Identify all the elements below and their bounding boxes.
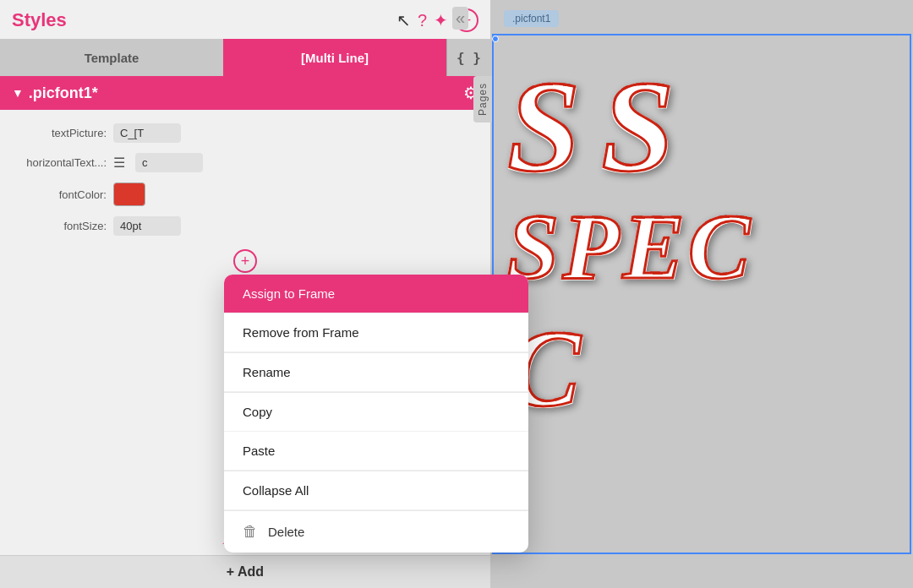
fontsize-label: fontSize: [14, 220, 107, 232]
help-icon[interactable]: ? [418, 11, 427, 30]
collapse-panel-button[interactable]: « [452, 7, 468, 30]
collapse-all-label: Collapse All [243, 483, 309, 498]
pages-tab[interactable]: Pages [473, 76, 492, 122]
tab-multiline[interactable]: [Multi Line] [223, 39, 446, 76]
context-menu-rename[interactable]: Rename [224, 353, 528, 392]
prop-row-textpicture: textPicture: C_[T [0, 118, 490, 148]
context-menu: Assign to Frame Remove from Frame Rename… [224, 275, 528, 553]
candy-letter-p1: P [562, 193, 619, 301]
candy-row-1: S S [507, 51, 674, 202]
canvas-content: .picfont1 S S S P E C C [490, 0, 913, 588]
style-name-row: ▼ .picfont1* ⚙ [0, 76, 490, 110]
tab-code[interactable]: { } [446, 39, 490, 76]
add-button[interactable]: + Add [227, 564, 264, 580]
context-menu-collapse-all[interactable]: Collapse All [224, 471, 528, 510]
context-menu-remove-from-frame[interactable]: Remove from Frame [224, 313, 528, 352]
left-panel: Styles ↖ ? ✦ + Template [Multi Line] { }… [0, 0, 490, 588]
magic-wand-icon[interactable]: ✦ [434, 10, 448, 30]
cursor-icon: ↖ [396, 10, 411, 30]
fontcolor-swatch[interactable] [113, 182, 145, 206]
candy-letter-s2: S [601, 51, 674, 202]
trash-icon: 🗑 [243, 523, 258, 541]
remove-from-frame-label: Remove from Frame [243, 325, 359, 340]
canvas-area: .picfont1 S S S P E C C [490, 0, 913, 588]
tab-bar: Template [Multi Line] { } [0, 39, 490, 76]
candy-letter-e1: E [622, 193, 684, 301]
add-label: + Add [227, 564, 264, 580]
candy-row-2: S P E C [507, 193, 750, 301]
pages-tab-label: Pages [477, 83, 489, 116]
prop-row-fontsize: fontSize: 40pt [0, 211, 490, 241]
paste-label: Paste [243, 444, 275, 458]
fontcolor-label: fontColor: [14, 188, 107, 201]
textpicture-value[interactable]: C_[T [113, 123, 181, 143]
chevron-down-icon: ▼ [12, 86, 24, 100]
bottom-add-bar: + Add [0, 555, 490, 588]
context-menu-assign-to-frame[interactable]: Assign to Frame [224, 275, 528, 313]
canvas-label: .picfont1 [504, 10, 559, 27]
tab-template[interactable]: Template [0, 39, 223, 76]
properties-area: textPicture: C_[T horizontalText...: ☰ c… [0, 110, 490, 532]
align-icon: ☰ [113, 155, 125, 171]
assign-to-frame-label: Assign to Frame [243, 286, 335, 301]
context-menu-copy[interactable]: Copy [224, 393, 528, 432]
panel-title: Styles [12, 9, 67, 31]
add-property-button[interactable]: + [233, 249, 257, 273]
copy-label: Copy [243, 405, 272, 419]
context-menu-paste[interactable]: Paste [224, 432, 528, 471]
candy-letter-s1: S [507, 51, 580, 202]
fontsize-value[interactable]: 40pt [113, 216, 181, 236]
delete-label: Delete [268, 525, 304, 539]
panel-header: Styles ↖ ? ✦ + [0, 0, 490, 39]
textpicture-label: textPicture: [14, 127, 107, 139]
prop-row-horizontaltext: horizontalText...: ☰ c [0, 148, 490, 177]
horizontaltext-value[interactable]: c [135, 153, 203, 172]
horizontaltext-label: horizontalText...: [14, 156, 107, 169]
candy-text-area: S S S P E C C [490, 34, 913, 588]
context-menu-delete[interactable]: 🗑 Delete [224, 511, 528, 553]
style-name[interactable]: ▼ .picfont1* [12, 84, 98, 102]
rename-label: Rename [243, 365, 291, 379]
candy-letter-c1: C [688, 193, 750, 301]
prop-row-fontcolor: fontColor: [0, 177, 490, 211]
